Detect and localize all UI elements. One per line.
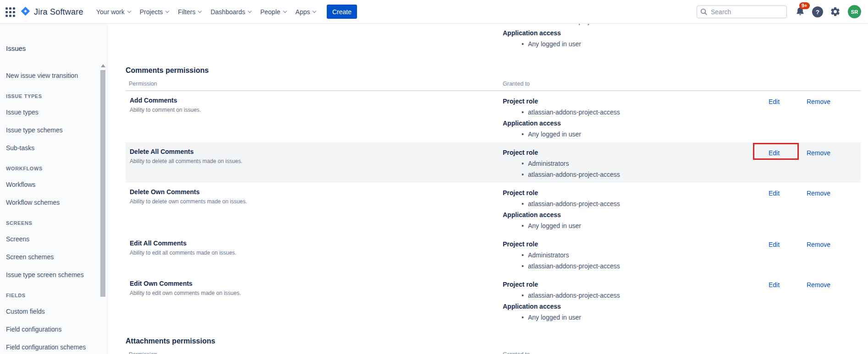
- help-button[interactable]: ?: [812, 6, 823, 17]
- permission-name: Edit All Comments: [130, 239, 450, 248]
- chevron-down-icon: [127, 9, 131, 13]
- search-input[interactable]: [697, 5, 787, 18]
- jira-brand[interactable]: Jira Software: [20, 6, 83, 18]
- chevron-down-icon: [165, 9, 169, 13]
- top-navigation-bar: Jira Software Your work Projects Filters…: [0, 0, 868, 24]
- sidebar-item[interactable]: Workflows: [6, 181, 89, 188]
- app-switcher-icon[interactable]: [5, 7, 15, 17]
- nav-item-filters[interactable]: Filters: [178, 8, 201, 16]
- sidebar-section-header: ISSUE TYPES: [6, 93, 89, 99]
- settings-sidebar: Issues New issue view transitionISSUE TY…: [0, 24, 108, 354]
- table-column-headers: Permission Granted to: [126, 81, 861, 88]
- grant-bullet: atlassian-addons-project-access: [528, 198, 861, 209]
- section-heading-attachments: Attachments permissions: [126, 337, 868, 346]
- sidebar-item[interactable]: Field configuration schemes: [6, 343, 89, 351]
- permission-cell: Edit Own Comments Ability to edit own co…: [130, 279, 450, 297]
- permission-row: Delete All Comments Ability to delete al…: [126, 142, 861, 183]
- primary-nav-items: Your work Projects Filters Dashboards Pe…: [96, 0, 316, 24]
- grant-bullet: Administrators: [528, 158, 861, 169]
- permission-cell: Delete Own Comments Ability to delete ow…: [130, 187, 450, 205]
- chevron-down-icon: [198, 9, 202, 13]
- permission-description: Ability to edit all comments made on iss…: [130, 249, 450, 256]
- grant-group-title: Application access: [503, 27, 581, 38]
- sidebar-section-header: WORKFLOWS: [6, 166, 89, 171]
- annotation-highlight-box: [753, 143, 799, 160]
- notifications-button[interactable]: 9+: [795, 6, 807, 18]
- sidebar-item[interactable]: New issue view transition: [6, 72, 89, 79]
- grant-bullet: Any logged in user: [528, 312, 861, 323]
- grant-bullet: Any logged in user: [528, 38, 581, 49]
- edit-link[interactable]: Edit: [756, 189, 792, 198]
- gear-icon: [830, 11, 841, 18]
- grant-bullet: Any logged in user: [528, 220, 861, 231]
- grant-group-title: Application access: [503, 118, 861, 129]
- sidebar-item[interactable]: Issue types: [6, 109, 89, 116]
- scrollbar-thumb[interactable]: [100, 70, 105, 297]
- sidebar-item[interactable]: Workflow schemes: [6, 199, 89, 206]
- permission-row: Add Comments Ability to comment on issue…: [126, 91, 861, 142]
- bell-icon: [795, 11, 806, 18]
- sidebar-section-header: FIELDS: [6, 293, 89, 298]
- create-button[interactable]: Create: [327, 5, 357, 19]
- permission-cell: Add Comments Ability to comment on issue…: [130, 96, 450, 114]
- permission-row: Edit All Comments Ability to edit all co…: [126, 234, 861, 274]
- sidebar-item[interactable]: Issue type screen schemes: [6, 271, 89, 278]
- nav-item-people[interactable]: People: [260, 8, 286, 16]
- remove-link[interactable]: Remove: [800, 240, 837, 249]
- permission-cell: Delete All Comments Ability to delete al…: [130, 147, 450, 165]
- sidebar-scrollbar[interactable]: [100, 24, 106, 354]
- edit-link[interactable]: Edit: [756, 280, 792, 289]
- scroll-up-arrow-icon[interactable]: [101, 64, 105, 67]
- search-icon: [700, 8, 708, 17]
- sidebar-item[interactable]: Sub-tasks: [6, 144, 89, 152]
- table-column-headers: Permission Granted to: [126, 351, 861, 354]
- grant-bullet: atlassian-addons-project-access: [528, 261, 861, 272]
- chevron-down-icon: [313, 9, 316, 13]
- jira-logo-icon: [20, 6, 31, 18]
- chevron-down-icon: [283, 9, 286, 13]
- sidebar-item[interactable]: Custom fields: [6, 308, 89, 315]
- global-search: [697, 5, 787, 18]
- jira-admin-page: Jira Software Your work Projects Filters…: [0, 0, 868, 354]
- grant-bullet: atlassian-addons-project-access: [528, 107, 861, 118]
- clipped-previous-row-text: atlassian-addons-project-access: [528, 24, 620, 27]
- sidebar-item[interactable]: Screens: [6, 235, 89, 243]
- remove-link[interactable]: Remove: [800, 148, 837, 158]
- remove-link[interactable]: Remove: [800, 189, 837, 198]
- user-avatar[interactable]: SR: [848, 5, 861, 18]
- remove-link[interactable]: Remove: [800, 280, 837, 289]
- grant-bullet: atlassian-addons-project-access: [528, 290, 861, 301]
- remove-link[interactable]: Remove: [800, 97, 837, 106]
- permission-description: Ability to comment on issues.: [130, 106, 450, 114]
- nav-item-dashboards[interactable]: Dashboards: [210, 8, 251, 16]
- permission-description: Ability to delete own comments made on i…: [130, 198, 450, 205]
- permission-name: Edit Own Comments: [130, 279, 450, 288]
- sidebar-item[interactable]: Issue type schemes: [6, 126, 89, 134]
- edit-link[interactable]: Edit: [756, 240, 792, 249]
- permission-name: Delete Own Comments: [130, 187, 450, 196]
- permission-name: Delete All Comments: [130, 147, 450, 156]
- grant-group-title: Application access: [503, 301, 861, 312]
- grant-group-title: Application access: [503, 209, 861, 220]
- nav-item-apps[interactable]: Apps: [296, 8, 316, 16]
- sidebar-title: Issues: [6, 44, 89, 52]
- question-mark-icon: ?: [816, 9, 819, 16]
- permission-cell: Edit All Comments Ability to edit all co…: [130, 239, 450, 256]
- grant-bullet: Any logged in user: [528, 129, 861, 140]
- permissions-table-body: Add Comments Ability to comment on issue…: [108, 91, 868, 326]
- column-header-granted-to: Granted to: [503, 351, 530, 354]
- sidebar-item[interactable]: Field configurations: [6, 326, 89, 333]
- nav-item-your-work[interactable]: Your work: [96, 8, 131, 16]
- settings-button[interactable]: [830, 6, 841, 19]
- sidebar-item[interactable]: Screen schemes: [6, 253, 89, 261]
- column-header-permission: Permission: [129, 81, 157, 87]
- permissions-content: atlassian-addons-project-access Applicat…: [108, 24, 868, 354]
- sidebar-nav: New issue view transitionISSUE TYPESIssu…: [6, 72, 89, 351]
- edit-link[interactable]: Edit: [756, 97, 792, 106]
- partial-granted-group: Application access Any logged in user: [503, 27, 581, 49]
- permission-row: Delete Own Comments Ability to delete ow…: [126, 183, 861, 234]
- section-heading-comments: Comments permissions: [126, 66, 868, 75]
- permission-name: Add Comments: [130, 96, 450, 105]
- notification-count-badge: 9+: [799, 2, 810, 9]
- nav-item-projects[interactable]: Projects: [140, 8, 169, 16]
